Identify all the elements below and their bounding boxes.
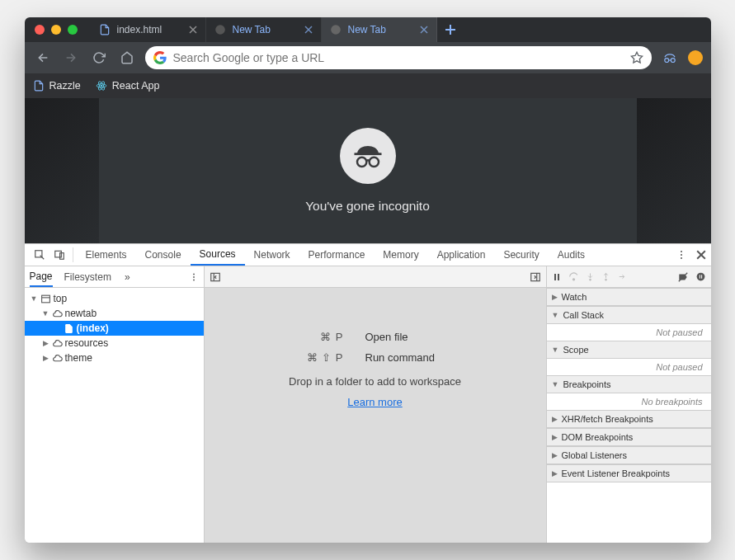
forward-button[interactable] bbox=[61, 48, 81, 68]
tab-sources[interactable]: Sources bbox=[191, 244, 245, 266]
back-button[interactable] bbox=[33, 48, 53, 68]
sources-sidebar-tabs: Page Filesystem » bbox=[25, 266, 204, 288]
tab-elements[interactable]: Elements bbox=[77, 244, 136, 266]
page-content: You've gone incognito bbox=[25, 98, 711, 243]
svg-marker-12 bbox=[631, 52, 642, 63]
section-breakpoints-body: No breakpoints bbox=[547, 393, 711, 410]
kebab-icon bbox=[676, 249, 687, 261]
new-tab-button[interactable] bbox=[437, 17, 464, 42]
section-breakpoints[interactable]: ▼Breakpoints bbox=[547, 375, 711, 393]
home-button[interactable] bbox=[117, 48, 137, 68]
tab-console[interactable]: Console bbox=[136, 244, 191, 266]
tab-security[interactable]: Security bbox=[494, 244, 548, 266]
bookmark-react-app[interactable]: React App bbox=[96, 80, 160, 92]
close-tab-icon[interactable] bbox=[420, 26, 428, 34]
close-tab-icon[interactable] bbox=[304, 26, 313, 34]
step-out-button[interactable] bbox=[601, 272, 610, 281]
sources-sidebar: Page Filesystem » ▼top ▼newtab (index) ▶… bbox=[25, 266, 205, 543]
toggle-navigator-button[interactable] bbox=[210, 271, 221, 283]
section-scope-body: Not paused bbox=[547, 359, 711, 375]
url-input[interactable] bbox=[173, 51, 624, 64]
minimize-window-button[interactable] bbox=[51, 25, 61, 35]
section-global-listeners[interactable]: ▶Global Listeners bbox=[547, 446, 711, 464]
svg-rect-50 bbox=[701, 275, 702, 278]
svg-point-2 bbox=[215, 25, 225, 35]
debugger-toolbar bbox=[547, 266, 711, 288]
step-over-button[interactable] bbox=[568, 271, 579, 282]
atom-icon bbox=[96, 80, 107, 92]
svg-point-41 bbox=[572, 279, 574, 280]
devtools-close-button[interactable] bbox=[691, 244, 711, 266]
close-window-button[interactable] bbox=[35, 25, 45, 35]
debugger-pane: ▶Watch ▼Call Stack Not paused ▼Scope Not… bbox=[547, 266, 711, 543]
devtools-menu-button[interactable] bbox=[671, 244, 691, 266]
section-call-stack[interactable]: ▼Call Stack bbox=[547, 306, 711, 324]
section-event-listener-breakpoints[interactable]: ▶Event Listener Breakpoints bbox=[547, 464, 711, 482]
toolbar bbox=[25, 42, 711, 73]
reload-button[interactable] bbox=[89, 48, 109, 68]
pause-exceptions-icon bbox=[695, 271, 706, 282]
tab-audits[interactable]: Audits bbox=[549, 244, 594, 266]
inspect-element-button[interactable] bbox=[30, 244, 49, 266]
window-controls bbox=[35, 25, 78, 35]
tab-title: index.html bbox=[117, 24, 182, 35]
plus-icon bbox=[445, 24, 456, 35]
incognito-hero-icon bbox=[340, 128, 396, 184]
panel-left-icon bbox=[210, 271, 221, 283]
svg-point-13 bbox=[664, 59, 668, 63]
svg-point-5 bbox=[331, 25, 341, 35]
deactivate-breakpoints-button[interactable] bbox=[677, 271, 689, 283]
section-dom-breakpoints[interactable]: ▶DOM Breakpoints bbox=[547, 428, 711, 446]
toggle-debugger-button[interactable] bbox=[530, 271, 541, 283]
section-xhr-breakpoints[interactable]: ▶XHR/fetch Breakpoints bbox=[547, 410, 711, 428]
tab-application[interactable]: Application bbox=[428, 244, 495, 266]
incognito-message: You've gone incognito bbox=[305, 199, 430, 214]
profile-avatar[interactable] bbox=[688, 50, 703, 65]
maximize-window-button[interactable] bbox=[68, 25, 78, 35]
tab-network[interactable]: Network bbox=[245, 244, 299, 266]
devtools-body: Page Filesystem » ▼top ▼newtab (index) ▶… bbox=[25, 266, 711, 543]
device-toolbar-button[interactable] bbox=[49, 244, 69, 266]
tab-new-1[interactable]: New Tab bbox=[206, 17, 322, 42]
section-watch[interactable]: ▶Watch bbox=[547, 288, 711, 306]
step-button[interactable] bbox=[617, 272, 626, 281]
incognito-indicator-icon[interactable] bbox=[660, 48, 680, 68]
section-scope[interactable]: ▼Scope bbox=[547, 341, 711, 359]
tab-index-html[interactable]: index.html bbox=[91, 17, 206, 42]
sidebar-tab-filesystem[interactable]: Filesystem bbox=[64, 266, 111, 287]
step-out-icon bbox=[601, 272, 610, 281]
devtools-tabbar: Elements Console Sources Network Perform… bbox=[25, 244, 711, 266]
bookmark-razzle[interactable]: Razzle bbox=[33, 80, 81, 92]
close-tab-icon[interactable] bbox=[189, 26, 197, 34]
google-icon bbox=[153, 51, 167, 64]
bookmark-star-icon[interactable] bbox=[630, 51, 643, 64]
titlebar: index.html New Tab New Tab bbox=[25, 17, 711, 42]
tab-performance[interactable]: Performance bbox=[299, 244, 375, 266]
devtools: Elements Console Sources Network Perform… bbox=[25, 243, 711, 543]
svg-point-26 bbox=[681, 254, 682, 256]
sidebar-tabs-overflow[interactable]: » bbox=[125, 271, 130, 283]
sidebar-menu-button[interactable] bbox=[189, 272, 199, 282]
learn-more-link[interactable]: Learn more bbox=[347, 396, 402, 408]
svg-point-31 bbox=[193, 276, 195, 278]
svg-point-21 bbox=[369, 158, 378, 167]
tree-row-newtab[interactable]: ▼newtab bbox=[25, 306, 204, 321]
sidebar-tab-page[interactable]: Page bbox=[30, 266, 53, 287]
omnibox[interactable] bbox=[145, 46, 652, 69]
tab-memory[interactable]: Memory bbox=[374, 244, 427, 266]
drop-folder-hint: Drop in a folder to add to workspace bbox=[289, 375, 461, 388]
step-icon bbox=[617, 272, 626, 281]
devices-icon bbox=[54, 249, 65, 261]
step-into-button[interactable] bbox=[586, 272, 595, 281]
tree-row-resources[interactable]: ▶resources bbox=[25, 336, 204, 351]
close-icon bbox=[696, 250, 706, 260]
arrow-left-icon bbox=[36, 51, 49, 64]
pause-button[interactable] bbox=[552, 272, 562, 282]
tree-row-index[interactable]: (index) bbox=[25, 321, 204, 336]
pause-icon bbox=[552, 272, 562, 282]
tree-row-theme[interactable]: ▶theme bbox=[25, 351, 204, 365]
file-icon bbox=[64, 323, 74, 334]
tab-new-2-active[interactable]: New Tab bbox=[322, 17, 437, 42]
pause-on-exceptions-button[interactable] bbox=[695, 271, 706, 282]
tree-row-top[interactable]: ▼top bbox=[25, 291, 204, 306]
